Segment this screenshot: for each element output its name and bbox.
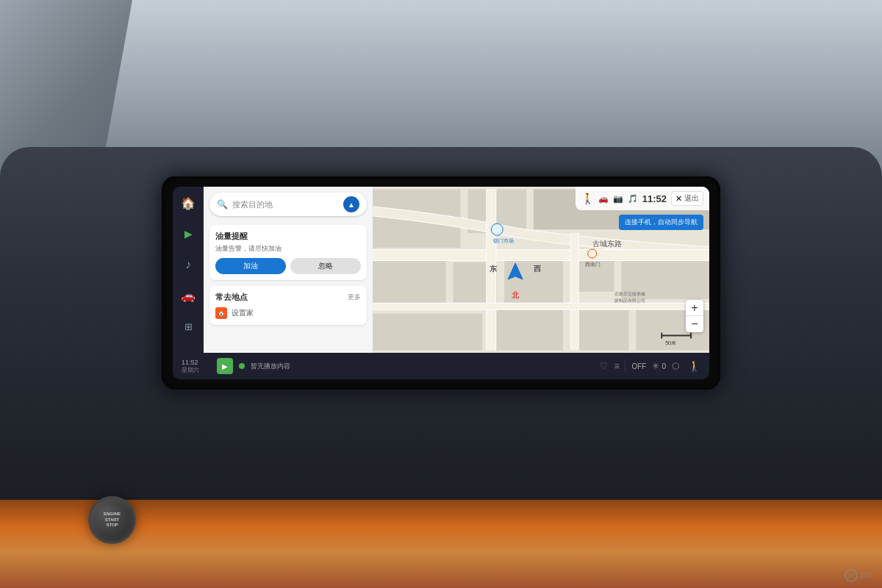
bottom-bar: 11:52 星期六 ▶ 暂无播放内容 ♡ ≡ OFF ✳ 0 ⬡ 🚶 bbox=[173, 353, 709, 379]
sidebar-icon-music[interactable]: ♪ bbox=[178, 254, 198, 275]
svg-text:胶制品有限公司: 胶制品有限公司 bbox=[614, 298, 645, 303]
fan-value: 0 bbox=[662, 362, 666, 370]
svg-text:西南门: 西南门 bbox=[585, 262, 600, 267]
svg-point-24 bbox=[588, 249, 597, 258]
sidebar-icon-home[interactable]: 🏠 bbox=[178, 193, 198, 213]
music-app-icon[interactable]: ▶ bbox=[217, 358, 233, 374]
screen-main: 🏠 ▶ ♪ 🚗 ⊞ 🔍 搜索目的地 ▲ 油量提醒 bbox=[173, 187, 709, 353]
svg-rect-9 bbox=[373, 314, 482, 351]
zoom-in-button[interactable]: + bbox=[686, 300, 703, 316]
run-icon[interactable]: 🚶 bbox=[688, 360, 700, 372]
music-status-dot bbox=[239, 363, 245, 369]
svg-text:锁门市场: 锁门市场 bbox=[492, 238, 514, 244]
alert-desc: 油量告警，请尽快加油 bbox=[215, 244, 361, 254]
zoom-controls: + − bbox=[686, 300, 703, 332]
car-signal-icon: 🚗 bbox=[598, 194, 609, 204]
fuel-alert-box: 油量提醒 油量告警，请尽快加油 加油 忽略 bbox=[209, 225, 367, 280]
sidebar-icon-apps[interactable]: ⊞ bbox=[178, 316, 198, 337]
nav-logo: ▲ bbox=[343, 196, 359, 212]
watermark-circle: 易 bbox=[845, 569, 858, 582]
menu-icon[interactable]: ≡ bbox=[614, 361, 619, 371]
ac-icon[interactable]: ⬡ bbox=[672, 361, 679, 371]
places-section: 常去地点 更多 🏠 设置家 bbox=[209, 286, 367, 325]
car-interior: 🏠 ▶ ♪ 🚗 ⊞ 🔍 搜索目的地 ▲ 油量提醒 bbox=[0, 0, 882, 588]
svg-text:50米: 50米 bbox=[665, 340, 676, 345]
svg-rect-10 bbox=[490, 306, 563, 351]
svg-text:北: 北 bbox=[511, 291, 520, 299]
alert-title: 油量提醒 bbox=[215, 231, 361, 242]
ceiling bbox=[0, 0, 882, 162]
bottom-day: 星期六 bbox=[182, 366, 211, 374]
refuel-button[interactable]: 加油 bbox=[215, 258, 286, 274]
nav-panel: 🔍 搜索目的地 ▲ 油量提醒 油量告警，请尽快加油 加油 忽略 bbox=[204, 187, 373, 353]
music-label: 暂无播放内容 bbox=[251, 362, 594, 371]
alert-buttons: 加油 忽略 bbox=[215, 258, 361, 274]
engine-btn-area: ENGINE START STOP bbox=[88, 496, 136, 544]
map-svg: 古城东路 锁门市场 西南门 石家庄宝丽美橡 胶制品有限公司 bbox=[373, 187, 709, 353]
exit-label: 退出 bbox=[684, 193, 699, 204]
engine-start-stop-button[interactable]: ENGINE START STOP bbox=[88, 496, 136, 544]
zoom-out-button[interactable]: − bbox=[686, 316, 703, 332]
map-area: 古城东路 锁门市场 西南门 石家庄宝丽美橡 胶制品有限公司 bbox=[373, 187, 709, 353]
screen-bezel: 🏠 ▶ ♪ 🚗 ⊞ 🔍 搜索目的地 ▲ 油量提醒 bbox=[162, 176, 720, 390]
svg-rect-20 bbox=[373, 304, 709, 309]
place-home-label: 设置家 bbox=[232, 308, 254, 318]
ac-off-label: OFF bbox=[631, 362, 646, 370]
exit-x-icon: ✕ bbox=[675, 194, 682, 204]
place-item-home[interactable]: 🏠 设置家 bbox=[215, 307, 361, 319]
bottom-time: 11:52 bbox=[182, 359, 211, 366]
home-place-icon: 🏠 bbox=[215, 307, 227, 319]
time-display: 11:52 星期六 bbox=[182, 359, 211, 374]
sidebar-icon-car[interactable]: 🚗 bbox=[178, 285, 198, 306]
separator-1 bbox=[625, 359, 625, 373]
music-topbar-icon: 🎵 bbox=[628, 194, 638, 204]
svg-rect-14 bbox=[373, 250, 709, 260]
svg-text:西: 西 bbox=[534, 265, 542, 273]
topbar-time: 11:52 bbox=[642, 193, 667, 204]
search-bar[interactable]: 🔍 搜索目的地 ▲ bbox=[209, 193, 367, 216]
ignore-button[interactable]: 忽略 bbox=[290, 258, 361, 274]
sidebar: 🏠 ▶ ♪ 🚗 ⊞ bbox=[173, 187, 204, 353]
watermark: 易 易车 bbox=[845, 569, 873, 582]
svg-point-22 bbox=[491, 223, 503, 235]
connect-banner[interactable]: 连接手机，自动同步导航 bbox=[619, 215, 703, 230]
svg-text:东: 东 bbox=[490, 265, 498, 273]
pedestrian-icon: 🚶 bbox=[581, 193, 594, 204]
svg-rect-4 bbox=[373, 255, 446, 306]
engine-line2: START bbox=[105, 517, 120, 523]
svg-text:石家庄宝丽美橡: 石家庄宝丽美橡 bbox=[614, 291, 645, 296]
places-title: 常去地点 bbox=[215, 292, 248, 303]
sidebar-icon-nav[interactable]: ▶ bbox=[178, 223, 198, 244]
places-header: 常去地点 更多 bbox=[215, 292, 361, 303]
watermark-symbol: 易 bbox=[848, 572, 854, 580]
svg-rect-18 bbox=[571, 233, 578, 350]
watermark-text: 易车 bbox=[860, 571, 873, 581]
svg-text:古城东路: 古城东路 bbox=[592, 240, 622, 248]
exit-button[interactable]: ✕ 退出 bbox=[671, 191, 703, 206]
fan-icon: ✳ bbox=[652, 361, 659, 371]
engine-line1: ENGINE bbox=[104, 512, 121, 517]
engine-line3: STOP bbox=[106, 523, 118, 528]
heart-icon[interactable]: ♡ bbox=[600, 361, 608, 371]
search-icon: 🔍 bbox=[217, 199, 228, 209]
map-topbar: 🚶 🚗 📷 🎵 11:52 ✕ 退出 bbox=[576, 187, 709, 210]
camera-icon: 📷 bbox=[613, 194, 623, 204]
screen: 🏠 ▶ ♪ 🚗 ⊞ 🔍 搜索目的地 ▲ 油量提醒 bbox=[173, 187, 709, 379]
fan-control[interactable]: ✳ 0 bbox=[652, 361, 666, 371]
places-more[interactable]: 更多 bbox=[348, 293, 361, 302]
search-placeholder: 搜索目的地 bbox=[232, 199, 339, 210]
